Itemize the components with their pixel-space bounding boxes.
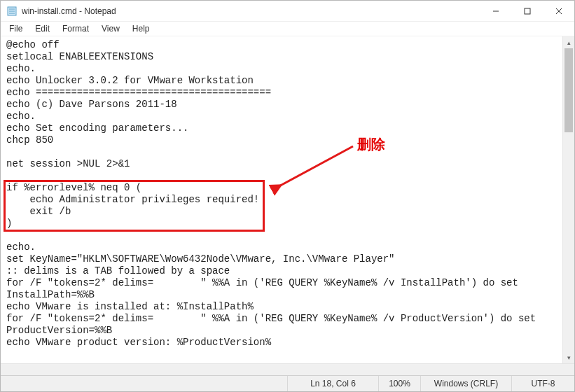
scrollbar-track[interactable] — [563, 48, 574, 351]
statusbar: Ln 18, Col 6 100% Windows (CRLF) UTF-8 — [1, 375, 574, 391]
editor-line: ) — [6, 218, 558, 230]
text-editor[interactable]: @echo offsetlocal ENABLEEXTENSIONSecho.e… — [1, 36, 562, 363]
menubar: File Edit Format View Help — [1, 22, 574, 36]
editor-line: echo VMware is installed at: %InstallPat… — [6, 301, 558, 313]
editor-line: echo. — [6, 111, 558, 122]
editor-line — [6, 230, 558, 241]
menu-help[interactable]: Help — [127, 22, 155, 35]
window-title: win-install.cmd - Notepad — [22, 6, 116, 16]
editor-line: ProductVersion=%%B — [6, 325, 558, 337]
scroll-down-arrow-icon[interactable]: ▾ — [563, 351, 574, 363]
editor-line: chcp 850 — [6, 134, 558, 146]
editor-line: if %errorlevel% neq 0 ( — [6, 182, 558, 194]
svg-rect-5 — [525, 8, 530, 14]
menu-edit[interactable]: Edit — [29, 22, 55, 35]
editor-line: for /F "tokens=2* delims= " %%A in ('REG… — [6, 277, 558, 289]
scroll-up-arrow-icon[interactable]: ▴ — [563, 36, 574, 48]
editor-line: echo. — [6, 63, 558, 75]
editor-line: set KeyName="HKLM\SOFTWARE\Wow6432Node\V… — [6, 253, 558, 265]
content-area: @echo offsetlocal ENABLEEXTENSIONSecho.e… — [1, 36, 574, 363]
minimize-button[interactable] — [480, 1, 511, 22]
editor-line: echo Set encoding parameters... — [6, 122, 558, 134]
scrollbar-thumb[interactable] — [564, 48, 573, 132]
menu-view[interactable]: View — [96, 22, 125, 35]
editor-line: echo VMware product version: %ProductVer… — [6, 337, 558, 349]
editor-line: echo Administrator privileges required! — [6, 194, 558, 206]
maximize-button[interactable] — [511, 1, 543, 22]
vertical-scrollbar[interactable]: ▴ ▾ — [562, 36, 574, 363]
editor-line: echo. — [6, 241, 558, 253]
editor-line: net session >NUL 2>&1 — [6, 158, 558, 170]
editor-line — [6, 170, 558, 182]
horizontal-scrollbar[interactable] — [1, 363, 574, 375]
status-line-ending: Windows (CRLF) — [420, 376, 511, 391]
menu-format[interactable]: Format — [57, 22, 95, 35]
editor-line: for /F "tokens=2* delims= " %%A in ('REG… — [6, 313, 558, 325]
notepad-icon — [6, 6, 18, 17]
menu-file[interactable]: File — [4, 22, 28, 35]
editor-line: exit /b — [6, 206, 558, 218]
editor-line: InstallPath=%%B — [6, 289, 558, 301]
status-zoom: 100% — [378, 376, 420, 391]
editor-line: echo ===================================… — [6, 87, 558, 99]
editor-line: setlocal ENABLEEXTENSIONS — [6, 51, 558, 63]
editor-line: echo (c) Dave Parsons 2011-18 — [6, 99, 558, 111]
close-button[interactable] — [543, 1, 574, 22]
editor-line — [6, 146, 558, 158]
status-encoding: UTF-8 — [511, 376, 574, 391]
status-spacer — [1, 376, 287, 391]
editor-line: :: delims is a TAB followed by a space — [6, 265, 558, 277]
editor-line: @echo off — [6, 39, 558, 51]
titlebar: win-install.cmd - Notepad — [1, 1, 574, 22]
notepad-window: win-install.cmd - Notepad File Edit Form… — [0, 0, 575, 392]
status-position: Ln 18, Col 6 — [287, 376, 378, 391]
editor-line: echo Unlocker 3.0.2 for VMware Workstati… — [6, 75, 558, 87]
